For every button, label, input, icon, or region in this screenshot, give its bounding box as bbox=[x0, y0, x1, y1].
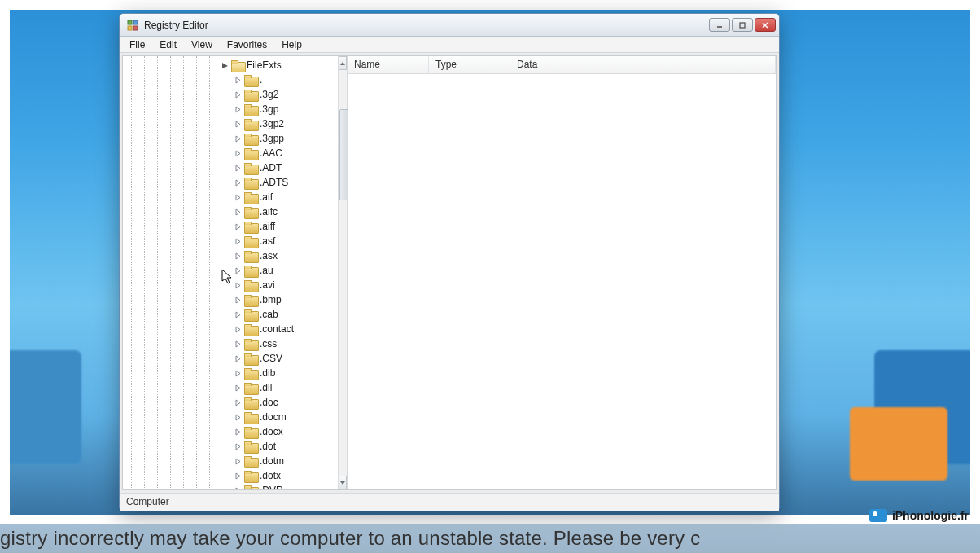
minimize-button[interactable] bbox=[709, 18, 730, 32]
tree-node[interactable]: .3g2 bbox=[219, 87, 338, 102]
folder-icon bbox=[244, 427, 257, 437]
expand-icon[interactable] bbox=[234, 310, 242, 318]
tree-node-fileexts[interactable]: FileExts bbox=[219, 58, 338, 72]
folder-icon bbox=[244, 90, 257, 100]
expand-icon[interactable] bbox=[234, 442, 242, 450]
svg-marker-10 bbox=[236, 92, 240, 98]
tree-node[interactable]: .3gpp bbox=[219, 131, 338, 146]
window-titlebar[interactable]: Registry Editor bbox=[120, 14, 779, 37]
tree-label: .cab bbox=[260, 309, 278, 320]
tree-node[interactable]: .AAC bbox=[219, 146, 338, 160]
menu-view[interactable]: View bbox=[185, 37, 219, 52]
tree-node[interactable]: .3gp2 bbox=[219, 116, 338, 131]
tree-node[interactable]: .aiff bbox=[219, 219, 338, 234]
expand-icon[interactable] bbox=[234, 164, 242, 172]
watermark-logo-icon bbox=[869, 509, 887, 522]
watermark-text: iPhonologie.fr bbox=[892, 509, 969, 522]
tree-node[interactable]: .aif bbox=[219, 190, 338, 204]
scroll-track[interactable] bbox=[339, 70, 347, 476]
svg-marker-30 bbox=[236, 385, 240, 391]
folder-icon bbox=[244, 383, 257, 393]
expand-icon[interactable] bbox=[234, 208, 242, 216]
menu-file[interactable]: File bbox=[123, 37, 151, 52]
tree-node[interactable]: .3gp bbox=[219, 102, 338, 116]
scroll-down-button[interactable] bbox=[339, 476, 347, 489]
maximize-button[interactable] bbox=[732, 18, 753, 32]
column-name[interactable]: Name bbox=[348, 56, 429, 73]
expand-icon[interactable] bbox=[234, 120, 242, 128]
tree-node[interactable]: .contact bbox=[219, 322, 338, 336]
tree-label: .dib bbox=[260, 367, 275, 379]
tree-node[interactable]: .dot bbox=[219, 439, 338, 454]
svg-marker-40 bbox=[340, 481, 345, 485]
tree-node[interactable]: .dll bbox=[219, 380, 338, 395]
svg-marker-26 bbox=[236, 327, 240, 332]
folder-icon bbox=[244, 324, 257, 335]
collapse-icon[interactable] bbox=[221, 61, 229, 69]
tree-label: .aifc bbox=[260, 206, 278, 217]
expand-icon[interactable] bbox=[234, 237, 242, 245]
tree-panel: FileExts ..3g2.3gp.3gp2.3gpp.AAC.ADT.ADT… bbox=[123, 56, 348, 489]
expand-icon[interactable] bbox=[234, 76, 242, 84]
folder-icon bbox=[244, 207, 257, 217]
expand-icon[interactable] bbox=[234, 486, 242, 489]
expand-icon[interactable] bbox=[234, 457, 242, 465]
menu-help[interactable]: Help bbox=[275, 37, 308, 52]
expand-icon[interactable] bbox=[234, 369, 242, 377]
column-data[interactable]: Data bbox=[510, 56, 776, 73]
expand-icon[interactable] bbox=[234, 354, 242, 362]
tree-node[interactable]: .dib bbox=[219, 366, 338, 380]
tree-node[interactable]: .dotx bbox=[219, 468, 338, 483]
expand-icon[interactable] bbox=[234, 296, 242, 304]
tree-node[interactable]: .dotm bbox=[219, 454, 338, 468]
folder-icon bbox=[244, 163, 257, 173]
expand-icon[interactable] bbox=[234, 149, 242, 157]
tree-node[interactable]: .avi bbox=[219, 278, 338, 292]
tree-node[interactable]: .asx bbox=[219, 248, 338, 263]
tree-node[interactable]: .aifc bbox=[219, 204, 338, 219]
menu-favorites[interactable]: Favorites bbox=[221, 37, 273, 52]
registry-tree[interactable]: FileExts ..3g2.3gp.3gp2.3gpp.AAC.ADT.ADT… bbox=[219, 56, 338, 489]
close-button[interactable] bbox=[755, 18, 776, 32]
list-body[interactable] bbox=[348, 74, 776, 489]
tree-node[interactable]: .DVR bbox=[219, 483, 338, 489]
expand-icon[interactable] bbox=[234, 325, 242, 333]
folder-icon bbox=[244, 192, 257, 203]
expand-icon[interactable] bbox=[234, 413, 242, 421]
folder-icon bbox=[244, 339, 257, 349]
expand-icon[interactable] bbox=[234, 193, 242, 201]
column-type[interactable]: Type bbox=[429, 56, 510, 73]
menu-edit[interactable]: Edit bbox=[153, 37, 183, 52]
tree-scrollbar[interactable] bbox=[338, 56, 347, 489]
tree-node[interactable]: .doc bbox=[219, 395, 338, 410]
expand-icon[interactable] bbox=[234, 384, 242, 392]
tree-node[interactable]: .asf bbox=[219, 234, 338, 248]
expand-icon[interactable] bbox=[234, 222, 242, 230]
folder-icon bbox=[244, 236, 257, 247]
expand-icon[interactable] bbox=[234, 472, 242, 480]
expand-icon[interactable] bbox=[234, 428, 242, 436]
expand-icon[interactable] bbox=[234, 134, 242, 143]
expand-icon[interactable] bbox=[234, 340, 242, 348]
expand-icon[interactable] bbox=[234, 178, 242, 187]
expand-icon[interactable] bbox=[234, 266, 242, 274]
scroll-up-button[interactable] bbox=[339, 56, 347, 70]
tree-node[interactable]: .cab bbox=[219, 307, 338, 322]
tree-node[interactable]: .bmp bbox=[219, 292, 338, 307]
expand-icon[interactable] bbox=[234, 252, 242, 260]
tree-label: .3g2 bbox=[260, 89, 278, 100]
tree-node[interactable]: .ADT bbox=[219, 160, 338, 175]
expand-icon[interactable] bbox=[234, 90, 242, 99]
tree-label: .3gp2 bbox=[260, 118, 284, 129]
tree-node[interactable]: .CSV bbox=[219, 351, 338, 366]
tree-node[interactable]: .docx bbox=[219, 424, 338, 439]
expand-icon[interactable] bbox=[234, 281, 242, 289]
tree-node[interactable]: .css bbox=[219, 336, 338, 351]
tree-node[interactable]: . bbox=[219, 72, 338, 87]
expand-icon[interactable] bbox=[234, 398, 242, 406]
expand-icon[interactable] bbox=[234, 105, 242, 113]
tree-node[interactable]: .docm bbox=[219, 410, 338, 424]
desktop-decor-orange bbox=[850, 407, 947, 481]
tree-node[interactable]: .au bbox=[219, 263, 338, 278]
tree-node[interactable]: .ADTS bbox=[219, 175, 338, 190]
